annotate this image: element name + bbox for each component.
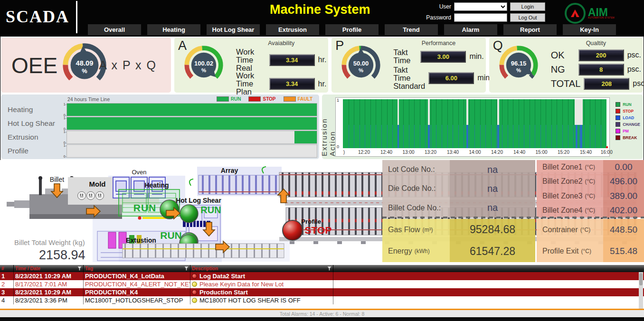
password-label: Password — [422, 14, 451, 21]
login-area: User Login Password Log Out — [422, 2, 545, 22]
metric-row: Takt Time Standard6.00min. — [393, 66, 483, 90]
info-label: Lot Code No.: — [382, 160, 450, 179]
info-value: na — [450, 179, 535, 198]
alarm-col-header[interactable]: Tag — [84, 265, 190, 272]
extrusion-action-title: Extrusion Action — [323, 97, 333, 156]
oee-panel: OEE 48.09% A x P x Q — [1, 38, 171, 93]
alarm-status-icon — [192, 298, 197, 303]
kpi-title: Qualtity — [551, 40, 641, 47]
timeline-row-label: Profile — [1, 147, 61, 155]
qualtity-panel: Q96.15%QualtityOK200psc.NG8psc.TOTAL208p… — [489, 38, 643, 93]
info-label: Billet Code No.: — [382, 198, 450, 217]
timeline-row-heating: Heating1-0- — [1, 103, 317, 116]
nav-tab-report[interactable]: Report — [503, 24, 557, 35]
kpi-title: Performance — [393, 40, 483, 47]
nav-tab-overall[interactable]: Overall — [88, 24, 141, 35]
password-input[interactable] — [454, 13, 507, 22]
alarm-status-icon — [192, 282, 197, 287]
metric-row: Work Time Real3.34hr. — [236, 48, 326, 72]
timeline-bar — [66, 103, 317, 116]
metric-row: NG8psc. — [551, 64, 641, 76]
login-button[interactable]: Login — [510, 2, 545, 11]
x-axis: )12:2012:4013:0013:2013:4014:0014:2014:4… — [342, 150, 608, 156]
action-gap — [428, 99, 430, 125]
x-tick: 15:00 — [535, 150, 547, 155]
mold-dies-icon — [78, 192, 104, 200]
metric-label: NG — [551, 65, 575, 74]
info-value: 448.50 — [603, 219, 644, 241]
info-label: Die Code No.: — [382, 179, 450, 198]
nav-tab-trend[interactable]: Trend — [385, 24, 438, 35]
filter-funnel-icon — [184, 266, 189, 271]
legend-item: RUN — [616, 102, 640, 107]
x-tick: 14:20 — [491, 150, 503, 155]
nav-tab-profile[interactable]: Profile — [325, 24, 379, 35]
timeline-row-profile: Profile1-0- — [1, 144, 317, 158]
timeline-row-extrusion: Extrusion1-0- — [1, 131, 317, 144]
alarm-summary: Total Alarms: 14 - Active: 6 - Normal: 8 — [0, 310, 644, 317]
x-tick: 15:20 — [558, 150, 569, 155]
qualtity-gauge: 96.15% — [496, 42, 541, 90]
profile-status: STOP — [305, 225, 332, 236]
logout-button[interactable]: Log Out — [510, 13, 545, 22]
mold-label: Mold — [89, 180, 106, 188]
metric-value-box: 200 — [578, 49, 624, 61]
legend-item: PM — [616, 129, 640, 133]
alarm-scrollbar[interactable] — [639, 272, 643, 309]
metric-value-box: 8 — [578, 64, 624, 76]
alarm-row[interactable]: 38/23/2021 10:29 AMPRODUCTION_K4Producti… — [0, 288, 644, 296]
array-conveyor — [199, 175, 280, 194]
nav-tab-alarm[interactable]: Alarm — [444, 24, 497, 35]
nav-tab-heating[interactable]: Heating — [147, 24, 200, 35]
nav-tab-key-in[interactable]: Key-In — [563, 24, 616, 35]
x-tick: 14:40 — [513, 150, 525, 155]
alarm-row[interactable]: 28/17/2021 7:01 AMPRODUCTION_K4_ALERT_NO… — [0, 280, 644, 288]
metric-row: TOTAL208psc. — [551, 78, 641, 90]
info-row: Lot Code No.:na — [382, 160, 535, 179]
heating-label: Heating — [144, 181, 169, 189]
metric-unit: psc. — [627, 51, 641, 59]
profile-label: Profile — [301, 218, 322, 225]
page-title: Machine System — [270, 2, 370, 17]
svg-text:%: % — [359, 67, 363, 73]
alarm-col-header[interactable]: # — [0, 265, 14, 272]
info-row: Billet Zone1(°C)0.00 — [537, 160, 644, 174]
x-tick: 12:20 — [358, 150, 370, 155]
metric-value-box: 3.34 — [269, 54, 315, 66]
timeline-bar — [66, 144, 317, 158]
nav-tab-hot-log-shear[interactable]: Hot Log Shear — [207, 24, 260, 35]
legend-item: RUN — [217, 96, 241, 102]
performance-gauge: 50.00% — [338, 42, 384, 90]
user-label: User — [422, 3, 451, 10]
info-value: 0.00 — [603, 160, 644, 174]
kpi-title: Avaiability — [236, 40, 326, 47]
x-tick: 16:00 — [601, 150, 613, 155]
hot-log-shear-indicator-1 — [180, 205, 198, 223]
extrusion-label: Extustion — [126, 236, 156, 244]
user-select[interactable] — [454, 2, 507, 11]
action-load — [466, 125, 468, 148]
svg-text:48.09: 48.09 — [76, 59, 94, 67]
info-row: Billet Zone4(°C)402.00 — [537, 203, 644, 217]
svg-text:96.15: 96.15 — [511, 60, 526, 67]
timeline-row-label: Hot Log Shear — [1, 119, 61, 128]
timeline-rows: Heating1-0-Hot Log Shear1-0-Extrusion1-0… — [1, 103, 317, 158]
alarm-col-header[interactable]: Time / Date — [14, 265, 84, 272]
action-load — [497, 125, 499, 148]
info-row: Billet Zone3(°C)389.00 — [537, 189, 644, 203]
nav-tab-extrusion[interactable]: Extrusion — [266, 24, 319, 35]
x-tick: 12:40 — [380, 150, 392, 155]
info-row: Energy(kWh)61547.28 — [382, 241, 535, 263]
info-label: Gas Flow(m³) — [382, 219, 450, 241]
info-value: na — [450, 198, 535, 217]
scada-logo: SCADA — [6, 1, 77, 33]
alarm-col-header[interactable]: Description — [190, 265, 333, 272]
timeline-bar — [66, 117, 317, 130]
alarm-row[interactable]: 48/23/2021 3:36 PMMC1800T_HOTLOGSHEAR_ST… — [0, 296, 644, 304]
billet-zones-panel: Billet Zone1(°C)0.00Billet Zone2(°C)496.… — [537, 160, 644, 217]
metric-unit: psc. — [633, 79, 644, 88]
nav-bar: OverallHeatingHot Log ShearExtrusionProf… — [88, 24, 616, 35]
aim-circle-icon — [565, 3, 586, 24]
alarm-row[interactable]: 18/23/2021 10:29 AMPRODUCTION_K4_LotData… — [0, 272, 644, 280]
x-tick: 13:40 — [447, 150, 459, 155]
